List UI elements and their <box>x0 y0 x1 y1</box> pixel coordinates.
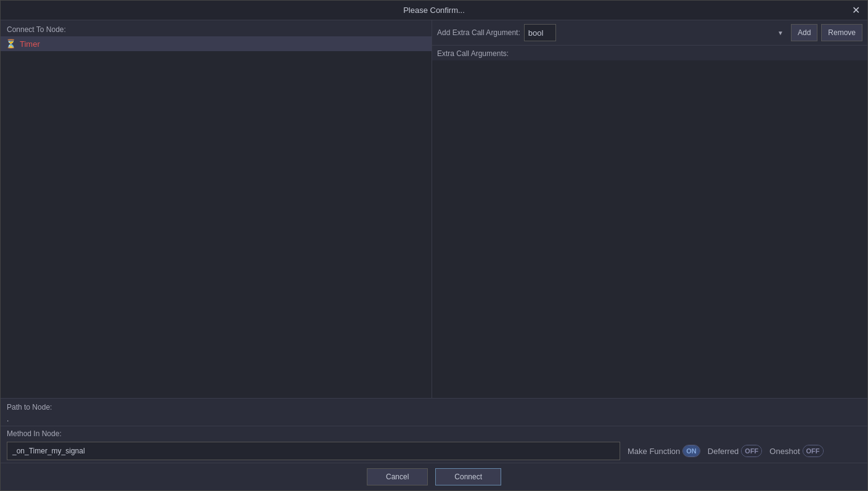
options-row: Make Function ON Deferred OFF <box>1 439 867 463</box>
left-panel: Connect To Node: ⏳ Timer <box>1 20 432 398</box>
close-button[interactable]: ✕ <box>849 3 862 17</box>
type-select[interactable]: bool int float String Object Array <box>524 24 556 41</box>
path-value: . <box>7 413 9 424</box>
add-extra-call-label: Add Extra Call Argument: <box>437 28 520 37</box>
connect-button[interactable]: Connect <box>435 468 501 485</box>
node-item-timer[interactable]: ⏳ Timer <box>1 36 432 51</box>
extra-arg-row: Add Extra Call Argument: bool int float … <box>432 20 867 46</box>
node-list[interactable]: ⏳ Timer <box>1 36 432 398</box>
make-function-toggle[interactable]: ON <box>682 445 700 457</box>
add-button[interactable]: Add <box>791 24 817 41</box>
cancel-button[interactable]: Cancel <box>367 468 428 485</box>
dialog: Please Confirm... ✕ Connect To Node: ⏳ T… <box>0 0 868 491</box>
deferred-label: Deferred <box>708 447 739 456</box>
extra-args-label: Extra Call Arguments: <box>432 46 867 60</box>
path-row: Path to Node: <box>1 399 867 413</box>
dialog-overlay: Please Confirm... ✕ Connect To Node: ⏳ T… <box>0 0 868 491</box>
path-to-node-label: Path to Node: <box>7 403 52 412</box>
type-select-wrapper: bool int float String Object Array ▼ <box>524 24 787 41</box>
method-row: Method In Node: <box>1 426 867 439</box>
oneshot-toggle-group: Oneshot OFF <box>769 445 823 457</box>
top-section: Connect To Node: ⏳ Timer Add Extra Call … <box>1 20 867 398</box>
deferred-toggle-group: Deferred OFF <box>708 445 763 457</box>
connect-to-node-label: Connect To Node: <box>1 20 432 36</box>
timer-icon: ⏳ <box>6 39 16 49</box>
make-function-on-label: ON <box>683 445 700 457</box>
make-function-toggle-group: Make Function ON <box>628 445 700 457</box>
dialog-title: Please Confirm... <box>403 6 465 15</box>
oneshot-label: Oneshot <box>769 447 800 456</box>
chevron-down-icon: ▼ <box>777 30 784 36</box>
right-panel: Add Extra Call Argument: bool int float … <box>432 20 867 398</box>
path-value-row: . <box>1 413 867 426</box>
dialog-body: Connect To Node: ⏳ Timer Add Extra Call … <box>1 20 867 490</box>
deferred-toggle[interactable]: OFF <box>741 445 762 457</box>
footer-row: Cancel Connect <box>1 463 867 490</box>
deferred-off-label: OFF <box>742 445 761 457</box>
method-in-node-label: Method In Node: <box>7 429 62 438</box>
remove-button[interactable]: Remove <box>821 24 862 41</box>
make-function-label: Make Function <box>628 447 680 456</box>
node-name: Timer <box>20 39 40 49</box>
bottom-section: Path to Node: . Method In Node: Make Fun… <box>1 398 867 490</box>
dialog-titlebar: Please Confirm... ✕ <box>1 1 867 20</box>
method-input[interactable] <box>7 442 620 460</box>
extra-args-list <box>432 60 867 398</box>
oneshot-off-label: OFF <box>803 445 823 457</box>
oneshot-toggle[interactable]: OFF <box>803 445 824 457</box>
